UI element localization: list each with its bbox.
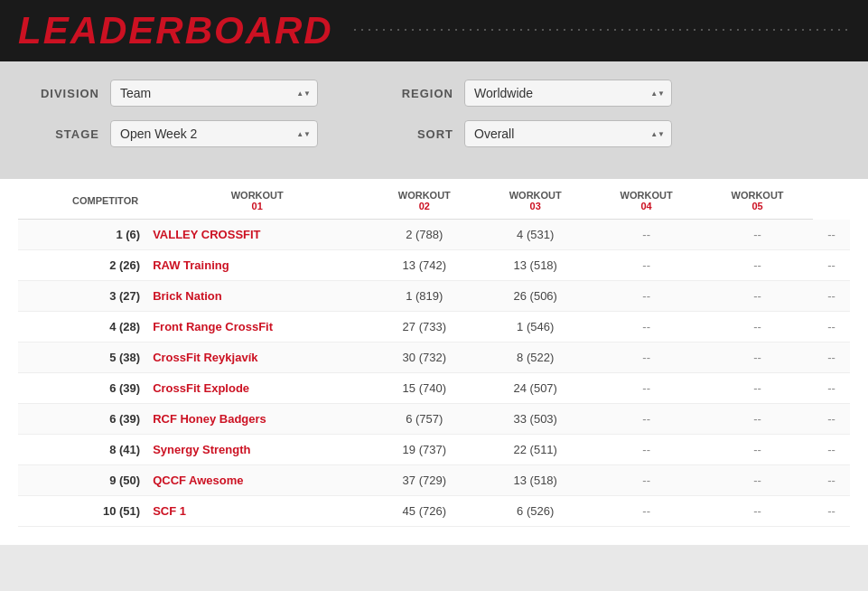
division-select[interactable]: Individual Team Masters	[110, 80, 318, 107]
competitor-name-cell[interactable]: CrossFit Explode	[145, 373, 369, 404]
w04-cell: --	[702, 220, 813, 250]
w02-cell: 8 (522)	[480, 342, 591, 373]
rank-cell: 1 (6)	[18, 220, 145, 250]
w01-cell: 27 (733)	[369, 312, 480, 342]
table-row: 6 (39) RCF Honey Badgers 6 (757) 33 (503…	[18, 404, 850, 435]
w05-cell: --	[813, 404, 850, 435]
w01-cell: 19 (737)	[369, 435, 480, 465]
w04-cell: --	[702, 404, 813, 435]
w01-cell: 13 (742)	[369, 250, 480, 281]
competitor-name-cell[interactable]: RAW Training	[145, 250, 369, 281]
sort-select[interactable]: Overall Workout 01 Workout 02 Workout 03	[464, 120, 672, 147]
w02-cell: 6 (526)	[480, 496, 591, 527]
w02-cell: 4 (531)	[480, 220, 591, 250]
w03-cell: --	[591, 373, 702, 404]
w04-cell: --	[702, 281, 813, 312]
sort-select-wrapper: Overall Workout 01 Workout 02 Workout 03	[464, 120, 672, 147]
w01-cell: 37 (729)	[369, 465, 480, 496]
w05-cell: --	[813, 312, 850, 342]
competitor-name-cell[interactable]: CrossFit Reykjavík	[145, 342, 369, 373]
w03-cell: --	[591, 312, 702, 342]
w04-cell: --	[702, 342, 813, 373]
competitor-name-cell[interactable]: Front Range CrossFit	[145, 312, 369, 342]
w01-cell: 30 (732)	[369, 342, 480, 373]
page-title: LEADERBOARD	[18, 9, 333, 52]
w05-cell: --	[813, 250, 850, 281]
w02-cell: 1 (546)	[480, 312, 591, 342]
competitor-name-cell[interactable]: VALLEY CROSSFIT	[145, 220, 369, 250]
col-w05: WORKOUT 05	[702, 179, 813, 220]
leaderboard-body: 1 (6) VALLEY CROSSFIT 2 (788) 4 (531) --…	[18, 220, 850, 527]
header-decoration	[351, 26, 850, 35]
w04-cell: --	[702, 312, 813, 342]
table-row: 3 (27) Brick Nation 1 (819) 26 (506) -- …	[18, 281, 850, 312]
rank-cell: 6 (39)	[18, 373, 145, 404]
w04-cell: --	[702, 465, 813, 496]
stage-row: STAGE Open Week 1 Open Week 2 Open Week …	[36, 120, 832, 147]
competitor-name-cell[interactable]: Synergy Strength	[145, 435, 369, 465]
competitor-name-cell[interactable]: QCCF Awesome	[145, 465, 369, 496]
w05-cell: --	[813, 220, 850, 250]
w03-cell: --	[591, 465, 702, 496]
rank-cell: 3 (27)	[18, 281, 145, 312]
region-select[interactable]: Worldwide North America Europe Asia	[464, 80, 672, 107]
w03-cell: --	[591, 220, 702, 250]
stage-select-wrapper: Open Week 1 Open Week 2 Open Week 3	[110, 120, 318, 147]
w01-cell: 45 (726)	[369, 496, 480, 527]
w05-cell: --	[813, 465, 850, 496]
competitor-name-cell[interactable]: SCF 1	[145, 496, 369, 527]
rank-cell: 5 (38)	[18, 342, 145, 373]
w01-cell: 15 (740)	[369, 373, 480, 404]
w03-cell: --	[591, 342, 702, 373]
w04-cell: --	[702, 435, 813, 465]
w04-cell: --	[702, 496, 813, 527]
rank-cell: 9 (50)	[18, 465, 145, 496]
table-row: 5 (38) CrossFit Reykjavík 30 (732) 8 (52…	[18, 342, 850, 373]
w05-cell: --	[813, 496, 850, 527]
w01-cell: 1 (819)	[369, 281, 480, 312]
w02-cell: 13 (518)	[480, 250, 591, 281]
rank-cell: 6 (39)	[18, 404, 145, 435]
table-row: 4 (28) Front Range CrossFit 27 (733) 1 (…	[18, 312, 850, 342]
col-w04: WORKOUT 04	[591, 179, 702, 220]
w01-cell: 6 (757)	[369, 404, 480, 435]
w04-cell: --	[702, 250, 813, 281]
stage-select[interactable]: Open Week 1 Open Week 2 Open Week 3	[110, 120, 318, 147]
leaderboard-table: COMPETITOR WORKOUT 01 WORKOUT 02 WORKOUT…	[18, 179, 850, 527]
table-row: 8 (41) Synergy Strength 19 (737) 22 (511…	[18, 435, 850, 465]
w03-cell: --	[591, 404, 702, 435]
col-w03: WORKOUT 03	[480, 179, 591, 220]
division-label: DIVISION	[36, 87, 99, 100]
table-row: 10 (51) SCF 1 45 (726) 6 (526) -- -- --	[18, 496, 850, 527]
col-w02: WORKOUT 02	[369, 179, 480, 220]
table-row: 6 (39) CrossFit Explode 15 (740) 24 (507…	[18, 373, 850, 404]
competitor-name-cell[interactable]: RCF Honey Badgers	[145, 404, 369, 435]
division-select-wrapper: Individual Team Masters	[110, 80, 318, 107]
rank-cell: 10 (51)	[18, 496, 145, 527]
region-select-wrapper: Worldwide North America Europe Asia	[464, 80, 672, 107]
stage-label: STAGE	[36, 127, 99, 141]
competitor-name-cell[interactable]: Brick Nation	[145, 281, 369, 312]
col-w01: WORKOUT 01	[145, 179, 369, 220]
w04-cell: --	[702, 373, 813, 404]
w01-cell: 2 (788)	[369, 220, 480, 250]
header: LEADERBOARD	[0, 0, 868, 61]
w02-cell: 13 (518)	[480, 465, 591, 496]
w02-cell: 33 (503)	[480, 404, 591, 435]
w03-cell: --	[591, 250, 702, 281]
table-row: 2 (26) RAW Training 13 (742) 13 (518) --…	[18, 250, 850, 281]
table-row: 1 (6) VALLEY CROSSFIT 2 (788) 4 (531) --…	[18, 220, 850, 250]
w05-cell: --	[813, 435, 850, 465]
region-label: REGION	[390, 87, 453, 100]
w02-cell: 26 (506)	[480, 281, 591, 312]
sort-label: SORT	[390, 127, 453, 141]
w05-cell: --	[813, 281, 850, 312]
rank-cell: 4 (28)	[18, 312, 145, 342]
division-row: DIVISION Individual Team Masters REGION …	[36, 80, 832, 107]
table-row: 9 (50) QCCF Awesome 37 (729) 13 (518) --…	[18, 465, 850, 496]
w03-cell: --	[591, 435, 702, 465]
w05-cell: --	[813, 342, 850, 373]
rank-cell: 2 (26)	[18, 250, 145, 281]
leaderboard-table-section: COMPETITOR WORKOUT 01 WORKOUT 02 WORKOUT…	[0, 179, 868, 545]
w02-cell: 24 (507)	[480, 373, 591, 404]
